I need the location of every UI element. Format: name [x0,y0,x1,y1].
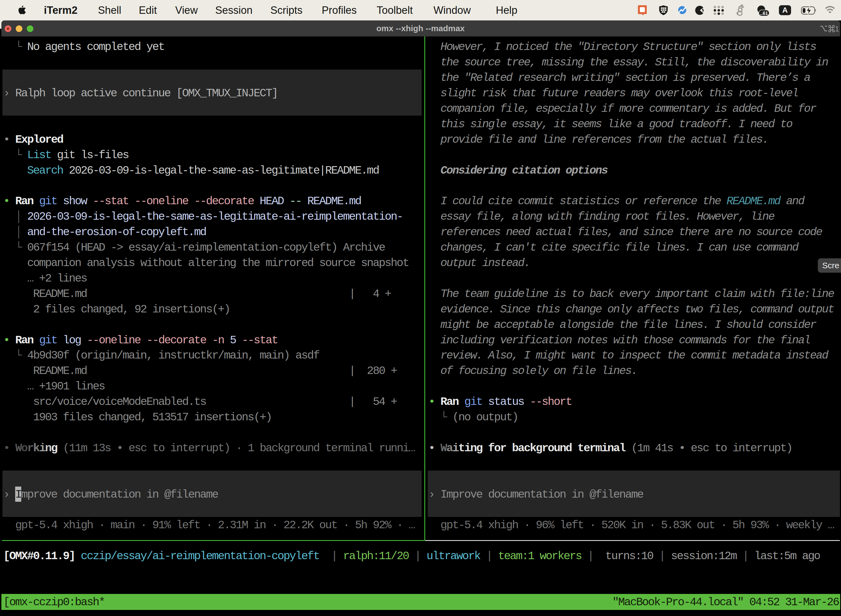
svg-text:1: 1 [835,25,839,33]
svg-text:..61: ..61 [760,11,768,16]
